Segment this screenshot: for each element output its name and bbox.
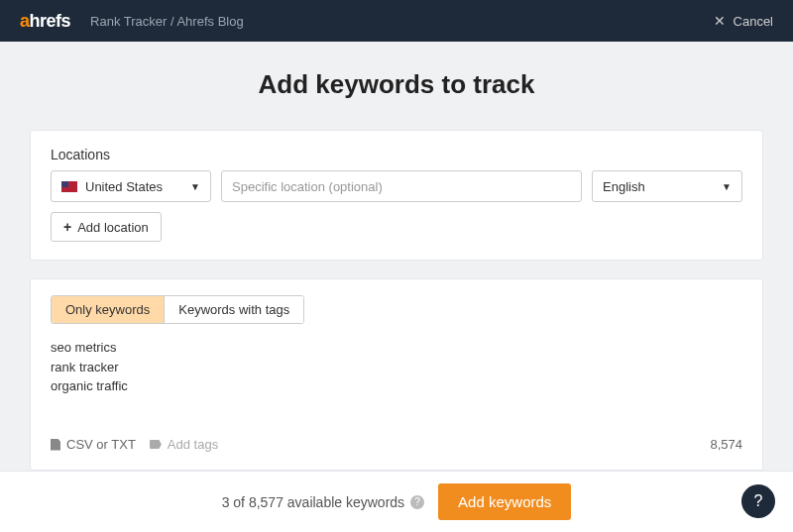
tab-keywords-with-tags[interactable]: Keywords with tags xyxy=(165,296,303,323)
add-tags-button[interactable]: Add tags xyxy=(150,437,218,452)
chevron-down-icon: ▼ xyxy=(190,181,200,192)
help-icon[interactable]: ? xyxy=(410,495,424,509)
locations-card: Locations United States ▼ English ▼ + Ad… xyxy=(30,130,763,261)
add-tags-label: Add tags xyxy=(168,437,218,452)
app-header: ahrefs Rank Tracker / Ahrefs Blog ✕ Canc… xyxy=(0,0,793,42)
upload-label: CSV or TXT xyxy=(66,437,136,452)
upload-csv-button[interactable]: CSV or TXT xyxy=(51,437,136,452)
file-icon xyxy=(51,439,60,451)
tab-only-keywords[interactable]: Only keywords xyxy=(52,296,165,323)
add-location-label: Add location xyxy=(77,220,149,235)
language-select[interactable]: English ▼ xyxy=(592,170,742,202)
keyword-line: rank tracker xyxy=(51,358,742,377)
locations-label: Locations xyxy=(51,147,742,162)
logo-a: a xyxy=(20,11,30,31)
footer-left: CSV or TXT Add tags xyxy=(51,437,218,452)
status-text: 3 of 8,577 available keywords ? xyxy=(222,494,424,510)
bottom-bar: 3 of 8,577 available keywords ? Add keyw… xyxy=(0,471,793,532)
status-label: 3 of 8,577 available keywords xyxy=(222,494,404,510)
main-content: Add keywords to track Locations United S… xyxy=(0,42,793,471)
keywords-textarea[interactable]: seo metrics rank tracker organic traffic xyxy=(51,338,742,419)
country-value: United States xyxy=(85,179,163,194)
country-select[interactable]: United States ▼ xyxy=(51,170,211,202)
keywords-card-footer: CSV or TXT Add tags 8,574 xyxy=(51,437,742,452)
language-value: English xyxy=(603,179,645,194)
add-location-button[interactable]: + Add location xyxy=(51,212,162,242)
keyword-line: seo metrics xyxy=(51,338,742,358)
logo: ahrefs xyxy=(20,11,70,32)
header-left: ahrefs Rank Tracker / Ahrefs Blog xyxy=(20,11,244,32)
cancel-button[interactable]: ✕ Cancel xyxy=(714,13,773,29)
breadcrumb: Rank Tracker / Ahrefs Blog xyxy=(90,14,244,29)
keyword-tabs: Only keywords Keywords with tags xyxy=(51,295,304,324)
plus-icon: + xyxy=(63,219,71,235)
page-title: Add keywords to track xyxy=(30,69,763,100)
keyword-line: organic traffic xyxy=(51,376,742,396)
close-icon: ✕ xyxy=(714,13,726,29)
tag-icon xyxy=(150,440,162,449)
logo-rest: hrefs xyxy=(30,11,71,31)
keywords-card: Only keywords Keywords with tags seo met… xyxy=(30,278,763,471)
add-keywords-button[interactable]: Add keywords xyxy=(438,483,571,520)
help-fab[interactable]: ? xyxy=(741,484,775,518)
flag-icon xyxy=(61,181,77,192)
cancel-label: Cancel xyxy=(734,14,773,29)
specific-location-input[interactable] xyxy=(221,170,582,202)
chevron-down-icon: ▼ xyxy=(722,181,732,192)
remaining-count: 8,574 xyxy=(710,437,742,452)
locations-row: United States ▼ English ▼ xyxy=(51,170,742,202)
